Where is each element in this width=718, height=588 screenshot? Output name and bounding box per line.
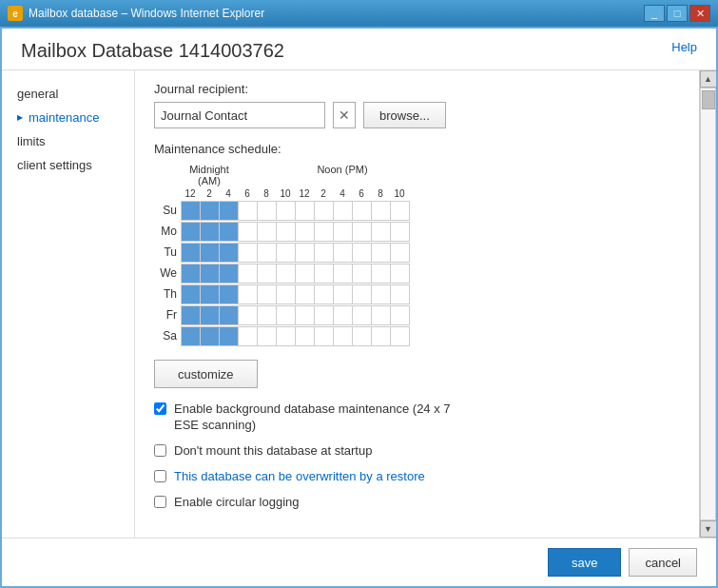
checkbox-circular-input[interactable] (154, 496, 166, 508)
grid-cell[interactable] (220, 265, 239, 284)
grid-cell[interactable] (258, 285, 277, 304)
grid-cell[interactable] (353, 285, 372, 304)
grid-cell[interactable] (239, 306, 258, 325)
grid-cell[interactable] (372, 327, 391, 346)
grid-cell[interactable] (239, 202, 258, 221)
grid-cell[interactable] (372, 223, 391, 242)
minimize-button[interactable]: _ (644, 5, 665, 22)
grid-cell[interactable] (201, 306, 220, 325)
grid-cell[interactable] (334, 223, 353, 242)
grid-cell[interactable] (334, 306, 353, 325)
browse-button[interactable]: browse... (363, 102, 446, 128)
grid-cell[interactable] (239, 285, 258, 304)
grid-cell[interactable] (372, 265, 391, 284)
grid-cell[interactable] (315, 223, 334, 242)
grid-cell[interactable] (182, 327, 201, 346)
grid-cell[interactable] (315, 285, 334, 304)
grid-cell[interactable] (277, 202, 296, 221)
grid-cell[interactable] (334, 285, 353, 304)
grid-cell[interactable] (334, 244, 353, 263)
grid-cell[interactable] (296, 327, 315, 346)
grid-cell[interactable] (182, 306, 201, 325)
grid-cell[interactable] (391, 306, 410, 325)
grid-cell[interactable] (353, 265, 372, 284)
grid-cell[interactable] (372, 244, 391, 263)
grid-cell[interactable] (220, 285, 239, 304)
grid-cell[interactable] (296, 285, 315, 304)
grid-cell[interactable] (258, 265, 277, 284)
grid-cell[interactable] (353, 202, 372, 221)
grid-cell[interactable] (315, 327, 334, 346)
grid-cell[interactable] (277, 244, 296, 263)
grid-cell[interactable] (258, 244, 277, 263)
save-button[interactable]: save (548, 548, 621, 577)
grid-cell[interactable] (372, 202, 391, 221)
grid-cell[interactable] (201, 202, 220, 221)
grid-cell[interactable] (277, 327, 296, 346)
grid-cell[interactable] (239, 327, 258, 346)
checkbox-overwrite-input[interactable] (154, 470, 166, 482)
grid-cell[interactable] (391, 327, 410, 346)
sidebar-item-general[interactable]: general (2, 82, 134, 106)
grid-cell[interactable] (220, 306, 239, 325)
grid-cell[interactable] (296, 244, 315, 263)
grid-cell[interactable] (315, 265, 334, 284)
grid-cell[interactable] (258, 327, 277, 346)
grid-cell[interactable] (182, 285, 201, 304)
journal-input[interactable] (154, 102, 325, 128)
grid-cell[interactable] (258, 306, 277, 325)
grid-cell[interactable] (296, 223, 315, 242)
sidebar-item-client-settings[interactable]: client settings (2, 153, 134, 177)
grid-cell[interactable] (182, 223, 201, 242)
scroll-down-arrow[interactable]: ▼ (700, 520, 717, 538)
grid-cell[interactable] (182, 265, 201, 284)
grid-cell[interactable] (201, 327, 220, 346)
grid-cell[interactable] (239, 244, 258, 263)
checkbox-bg-maintenance-input[interactable] (154, 402, 166, 415)
grid-cell[interactable] (315, 244, 334, 263)
grid-cell[interactable] (296, 265, 315, 284)
grid-cell[interactable] (315, 202, 334, 221)
clear-button[interactable]: ✕ (333, 102, 356, 128)
sidebar-item-maintenance[interactable]: maintenance (2, 106, 134, 129)
grid-cell[interactable] (334, 202, 353, 221)
grid-cell[interactable] (220, 202, 239, 221)
grid-cell[interactable] (296, 306, 315, 325)
grid-cell[interactable] (391, 223, 410, 242)
grid-cell[interactable] (258, 223, 277, 242)
grid-cell[interactable] (239, 265, 258, 284)
grid-cell[interactable] (391, 202, 410, 221)
grid-cell[interactable] (220, 244, 239, 263)
customize-button[interactable]: customize (154, 360, 258, 388)
cancel-button[interactable]: cancel (629, 548, 697, 577)
grid-cell[interactable] (277, 265, 296, 284)
grid-cell[interactable] (201, 244, 220, 263)
close-button[interactable]: ✕ (689, 5, 710, 22)
grid-cell[interactable] (220, 327, 239, 346)
sidebar-item-limits[interactable]: limits (2, 129, 134, 153)
scroll-thumb[interactable] (702, 90, 715, 109)
grid-cell[interactable] (353, 244, 372, 263)
grid-cell[interactable] (201, 265, 220, 284)
grid-cell[interactable] (372, 306, 391, 325)
scroll-up-arrow[interactable]: ▲ (700, 70, 717, 88)
grid-cell[interactable] (353, 223, 372, 242)
grid-cell[interactable] (182, 244, 201, 263)
help-link[interactable]: Help (671, 40, 697, 54)
checkbox-dont-mount-input[interactable] (154, 444, 166, 457)
grid-cell[interactable] (334, 265, 353, 284)
grid-cell[interactable] (277, 223, 296, 242)
grid-cell[interactable] (315, 306, 334, 325)
grid-cell[interactable] (258, 202, 277, 221)
grid-cell[interactable] (277, 306, 296, 325)
grid-cell[interactable] (391, 244, 410, 263)
scroll-track[interactable] (700, 88, 716, 520)
grid-cell[interactable] (277, 285, 296, 304)
grid-cell[interactable] (201, 223, 220, 242)
grid-cell[interactable] (220, 223, 239, 242)
grid-cell[interactable] (334, 327, 353, 346)
grid-cell[interactable] (391, 265, 410, 284)
grid-cell[interactable] (353, 306, 372, 325)
grid-cell[interactable] (391, 285, 410, 304)
grid-cell[interactable] (239, 223, 258, 242)
